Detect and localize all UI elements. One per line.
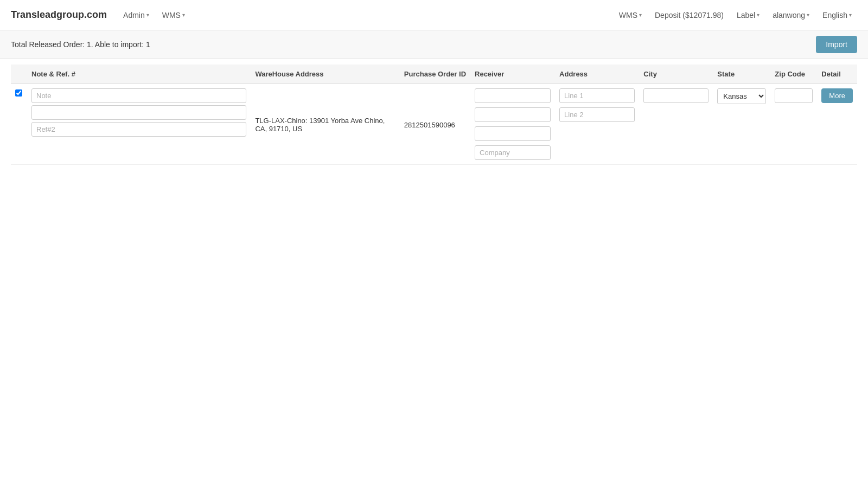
wms-left-caret-icon: ▾ [182, 12, 185, 18]
wms-right-caret-icon: ▾ [639, 12, 642, 18]
label-menu[interactable]: Label ▾ [731, 8, 765, 23]
alert-message: Total Released Order: 1. Able to import:… [11, 40, 150, 49]
col-receiver: Receiver [470, 65, 555, 84]
import-button[interactable]: Import [816, 36, 857, 53]
col-city: City [639, 65, 713, 84]
state-select[interactable]: AlabamaAlaskaArizonaArkansasCaliforniaCo… [717, 88, 766, 104]
receiver-cell: zhiyuan du +16263841090 [470, 84, 555, 165]
col-state: State [713, 65, 770, 84]
receiver-phone-input[interactable]: +16263841090 [475, 126, 551, 141]
city-input[interactable]: Dearing [643, 88, 709, 103]
language-caret-icon: ▾ [849, 12, 852, 18]
wms-menu-left[interactable]: WMS ▾ [157, 8, 190, 23]
more-button[interactable]: More [821, 88, 853, 103]
receiver-name-input[interactable]: zhiyuan [475, 88, 551, 103]
user-label: alanwong [773, 11, 805, 20]
table-header-row: Note & Ref. # WareHouse Address Purchase… [11, 65, 857, 84]
language-menu[interactable]: English ▾ [817, 8, 857, 23]
wms-right-label: WMS [619, 11, 637, 20]
note-ref-cell: 2812501590096 [27, 84, 251, 165]
orders-table: Note & Ref. # WareHouse Address Purchase… [11, 65, 857, 165]
zip-input[interactable]: 67340 [775, 88, 813, 103]
nav-left: Admin ▾ WMS ▾ [118, 8, 190, 23]
wms-left-label: WMS [162, 11, 181, 20]
receiver-company-input[interactable] [475, 145, 551, 160]
address-line2-input[interactable] [559, 107, 635, 122]
admin-menu[interactable]: Admin ▾ [118, 8, 155, 23]
col-warehouse: WareHouse Address [251, 65, 399, 84]
language-label: English [822, 11, 847, 20]
col-note-ref: Note & Ref. # [27, 65, 251, 84]
receiver-inputs: zhiyuan du +16263841090 [475, 88, 551, 160]
state-cell: AlabamaAlaskaArizonaArkansasCaliforniaCo… [713, 84, 770, 165]
user-caret-icon: ▾ [807, 12, 809, 18]
ref2-input[interactable] [31, 122, 246, 137]
city-cell: Dearing [639, 84, 713, 165]
user-menu[interactable]: alanwong ▾ [767, 8, 815, 23]
brand: Transleadgroup.com [11, 9, 107, 21]
address-inputs [559, 88, 635, 122]
orders-table-container: Note & Ref. # WareHouse Address Purchase… [0, 65, 868, 165]
warehouse-address-text: TLG-LAX-Chino: 13901 Yorba Ave Chino, CA… [255, 117, 385, 133]
ref-input[interactable]: 2812501590096 [31, 105, 246, 120]
admin-caret-icon: ▾ [146, 12, 149, 18]
receiver-last-input[interactable]: du [475, 107, 551, 122]
admin-label: Admin [123, 11, 145, 20]
row-checkbox[interactable] [15, 89, 22, 97]
alert-bar: Total Released Order: 1. Able to import:… [0, 30, 868, 59]
address-line1-input[interactable] [559, 88, 635, 103]
label-caret-icon: ▾ [757, 12, 760, 18]
col-po-id: Purchase Order ID [400, 65, 470, 84]
note-input[interactable] [31, 88, 246, 103]
nav-right: WMS ▾ Deposit ($12071.98) Label ▾ alanwo… [614, 8, 857, 23]
col-address: Address [555, 65, 639, 84]
navbar: Transleadgroup.com Admin ▾ WMS ▾ WMS ▾ D… [0, 0, 868, 30]
address-cell [555, 84, 639, 165]
col-zip: Zip Code [770, 65, 817, 84]
col-detail: Detail [817, 65, 857, 84]
col-checkbox [11, 65, 27, 84]
detail-cell: More [817, 84, 857, 165]
zip-cell: 67340 [770, 84, 817, 165]
warehouse-cell: TLG-LAX-Chino: 13901 Yorba Ave Chino, CA… [251, 84, 399, 165]
po-id-cell: 2812501590096 [400, 84, 470, 165]
row-checkbox-cell [11, 84, 27, 165]
table-row: 2812501590096 TLG-LAX-Chino: 13901 Yorba… [11, 84, 857, 165]
label-label: Label [737, 11, 755, 20]
wms-menu-right[interactable]: WMS ▾ [614, 8, 647, 23]
po-id-text: 2812501590096 [404, 121, 455, 129]
deposit-text: Deposit ($12071.98) [649, 8, 729, 23]
